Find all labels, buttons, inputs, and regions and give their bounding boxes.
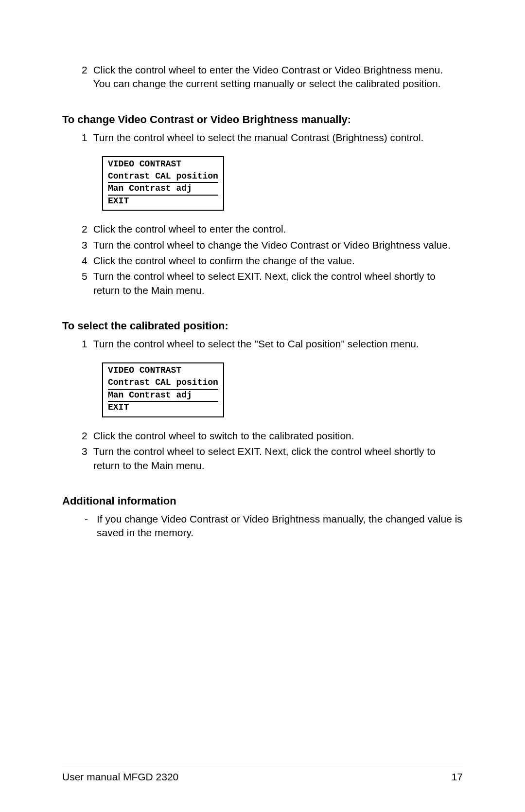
list-number: 2 — [62, 222, 93, 236]
bullet-marker: - — [62, 512, 97, 540]
menu-line: Man Contrast adj — [108, 390, 218, 402]
menu-box-1: VIDEO CONTRAST Contrast CAL position Man… — [102, 156, 224, 211]
section1-step-5: 5 Turn the control wheel to select EXIT.… — [62, 270, 463, 297]
section1-step-3: 3 Turn the control wheel to change the V… — [62, 238, 463, 252]
menu-box-2: VIDEO CONTRAST Contrast CAL position Man… — [102, 362, 224, 417]
list-number: 2 — [62, 63, 93, 91]
section1-step-1: 1 Turn the control wheel to select the m… — [62, 131, 463, 144]
list-number: 4 — [62, 254, 93, 268]
menu-line: Contrast CAL position — [108, 377, 218, 390]
additional-bullet: - If you change Video Contrast or Video … — [62, 512, 463, 540]
menu-line: EXIT — [108, 402, 218, 414]
heading-calibrated: To select the calibrated position: — [62, 320, 463, 332]
footer-page-number: 17 — [452, 771, 463, 783]
list-text: Click the control wheel to switch to the… — [93, 429, 463, 443]
section2-step-2: 2 Click the control wheel to switch to t… — [62, 429, 463, 443]
section2-step-3: 3 Turn the control wheel to select EXIT.… — [62, 445, 463, 472]
list-text: Click the control wheel to enter the Vid… — [93, 63, 463, 91]
list-number: 1 — [62, 131, 93, 144]
list-text: Turn the control wheel to select the man… — [93, 131, 463, 144]
footer-left: User manual MFGD 2320 — [62, 771, 178, 783]
list-number: 3 — [62, 238, 93, 252]
list-number: 5 — [62, 270, 93, 297]
page-content: 2 Click the control wheel to enter the V… — [62, 63, 463, 540]
list-number: 1 — [62, 337, 93, 351]
bullet-text: If you change Video Contrast or Video Br… — [97, 512, 463, 540]
heading-additional: Additional information — [62, 495, 463, 507]
list-text: Click the control wheel to confirm the c… — [93, 254, 463, 268]
list-text: Turn the control wheel to select EXIT. N… — [93, 270, 463, 297]
footer-rule — [62, 766, 463, 766]
section1-step-2: 2 Click the control wheel to enter the c… — [62, 222, 463, 236]
footer-row: User manual MFGD 2320 17 — [62, 771, 463, 783]
page-footer: User manual MFGD 2320 17 — [62, 766, 463, 783]
list-text: Click the control wheel to enter the con… — [93, 222, 463, 236]
heading-change-manually: To change Video Contrast or Video Bright… — [62, 113, 463, 126]
menu-title: VIDEO CONTRAST — [108, 159, 218, 171]
list-text: Turn the control wheel to select the "Se… — [93, 337, 463, 351]
menu-title: VIDEO CONTRAST — [108, 365, 218, 377]
menu-line: EXIT — [108, 196, 218, 207]
menu-line: Contrast CAL position — [108, 171, 218, 183]
intro-step-2: 2 Click the control wheel to enter the V… — [62, 63, 463, 91]
list-text: Turn the control wheel to change the Vid… — [93, 238, 463, 252]
menu-line: Man Contrast adj — [108, 183, 218, 196]
section1-step-4: 4 Click the control wheel to confirm the… — [62, 254, 463, 268]
list-text: Turn the control wheel to select EXIT. N… — [93, 445, 463, 472]
list-number: 2 — [62, 429, 93, 443]
list-number: 3 — [62, 445, 93, 472]
section2-step-1: 1 Turn the control wheel to select the "… — [62, 337, 463, 351]
